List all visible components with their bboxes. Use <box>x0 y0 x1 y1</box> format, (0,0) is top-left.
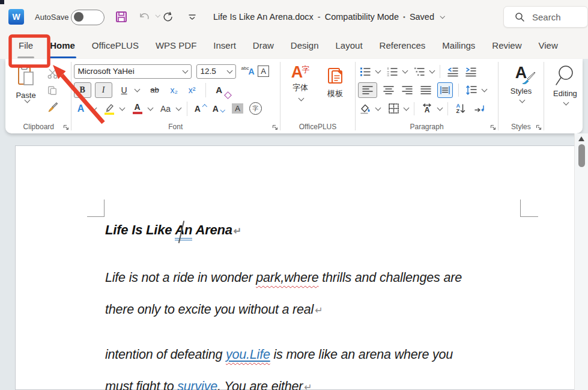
tab-review[interactable]: Review <box>483 34 530 59</box>
format-painter-button[interactable] <box>45 100 59 114</box>
strikethrough-button[interactable]: ab <box>148 83 162 97</box>
tab-layout[interactable]: Layout <box>327 34 371 59</box>
align-center-button[interactable] <box>381 83 396 97</box>
styles-brush-icon <box>520 72 536 85</box>
change-case-button[interactable]: Aa <box>159 102 173 116</box>
tab-home[interactable]: Home <box>41 34 83 59</box>
paste-button[interactable]: Paste <box>9 62 43 117</box>
cut-button[interactable] <box>45 66 59 81</box>
underline-chevron-icon[interactable] <box>134 86 140 92</box>
bullets-chevron-icon[interactable] <box>375 67 381 73</box>
superscript-button[interactable]: x² <box>185 83 199 97</box>
tab-file[interactable]: File <box>10 34 41 59</box>
doc-paragraph2-line2[interactable]: must fight to survive. You are either↵ <box>105 379 312 390</box>
line-spacing-chevron-icon[interactable] <box>482 86 488 92</box>
sort-button[interactable]: A Z <box>453 102 468 116</box>
tab-wps-pdf[interactable]: WPS PDF <box>147 34 205 59</box>
italic-button[interactable]: I <box>95 82 112 98</box>
line-spacing-button[interactable] <box>464 83 479 97</box>
doc-title: Life Is Like An Arena.docx <box>213 12 314 22</box>
subscript-button[interactable]: x₂ <box>167 83 181 97</box>
doc-paragraph1-line2[interactable]: there only to excite you without a real↵ <box>105 302 323 317</box>
paragraph-mark: ↵ <box>304 382 312 390</box>
text-effects-chevron-icon[interactable] <box>91 105 97 111</box>
formatting-marks-icon <box>474 103 486 114</box>
formatting-marks-button[interactable] <box>473 102 487 116</box>
change-case-chevron-icon[interactable] <box>175 105 181 111</box>
paragraph-dialog-launcher[interactable] <box>490 124 496 130</box>
bullets-button[interactable] <box>358 64 372 79</box>
undo-chevron-icon[interactable] <box>156 13 160 17</box>
redo-icon <box>162 10 175 23</box>
officeplus-template-button[interactable]: 模板 <box>318 63 352 99</box>
autosave-toggle[interactable] <box>71 10 105 25</box>
font-size-select[interactable]: 12.5 <box>196 64 236 79</box>
officeplus-font-button[interactable]: A字 字体 <box>283 62 317 100</box>
clear-formatting-button[interactable]: A <box>212 83 226 97</box>
styles-button[interactable]: A Styles <box>502 62 539 102</box>
grow-font-button[interactable]: A <box>193 102 208 116</box>
undo-button[interactable] <box>137 10 151 24</box>
grammar-underlined-word: An <box>175 222 192 240</box>
tab-draw[interactable]: Draw <box>244 34 282 59</box>
editing-button[interactable]: Editing <box>547 62 584 105</box>
font-color-button[interactable]: A <box>130 102 145 116</box>
enclose-characters-button[interactable]: 字 <box>249 102 263 116</box>
doc-paragraph2-line1[interactable]: intention of defeating you.Life is more … <box>105 347 453 362</box>
save-button[interactable] <box>114 10 129 24</box>
increase-indent-button[interactable] <box>464 64 478 79</box>
hyperlink-text[interactable]: survive <box>177 379 217 390</box>
saved-chevron-icon[interactable] <box>440 14 445 19</box>
word-logo-icon[interactable]: W <box>8 9 24 25</box>
tab-view[interactable]: View <box>530 34 566 59</box>
align-right-button[interactable] <box>400 83 414 97</box>
find-icon <box>554 64 577 87</box>
clipboard-dialog-launcher[interactable] <box>63 124 69 130</box>
align-left-button[interactable] <box>358 82 377 98</box>
numbering-chevron-icon[interactable] <box>402 67 408 73</box>
character-scaling-button[interactable]: A <box>420 102 434 116</box>
text-effects-button[interactable]: A <box>74 102 88 116</box>
tab-mailings[interactable]: Mailings <box>434 34 483 59</box>
font-name-select[interactable]: Microsoft YaHei <box>74 64 192 79</box>
underline-button[interactable]: U <box>117 83 132 97</box>
numbering-button[interactable] <box>385 64 399 79</box>
font-color-chevron-icon[interactable] <box>147 105 153 111</box>
search-input[interactable]: Search <box>503 6 588 28</box>
distributed-button[interactable] <box>437 82 453 98</box>
copy-button[interactable] <box>45 83 59 97</box>
customize-toolbar-button[interactable] <box>185 10 199 24</box>
character-border-button[interactable]: A <box>256 64 271 79</box>
bold-button[interactable]: B <box>74 82 91 98</box>
highlight-button[interactable] <box>102 102 117 116</box>
font-dialog-launcher[interactable] <box>272 124 278 130</box>
tab-design[interactable]: Design <box>282 34 327 59</box>
decrease-indent-button[interactable] <box>446 64 460 79</box>
tab-insert[interactable]: Insert <box>205 34 244 59</box>
saved-status[interactable]: Saved <box>410 12 434 22</box>
scroll-up-icon[interactable] <box>578 136 584 141</box>
scaling-chevron-icon[interactable] <box>437 105 443 111</box>
multilevel-chevron-icon[interactable] <box>429 67 435 73</box>
multilevel-list-button[interactable] <box>412 64 426 79</box>
shading-button[interactable] <box>358 102 372 116</box>
margin-corner-left <box>87 200 105 217</box>
borders-chevron-icon[interactable] <box>404 105 410 111</box>
shrink-font-button[interactable]: A <box>211 102 226 116</box>
justify-button[interactable] <box>419 83 433 97</box>
hyperlink-text[interactable]: you.Life <box>226 347 270 362</box>
grow-arrow-icon <box>202 105 207 109</box>
borders-button[interactable] <box>386 102 401 116</box>
tab-references[interactable]: References <box>371 34 434 59</box>
redo-button[interactable] <box>161 10 175 24</box>
doc-title-line[interactable]: Life Is Like An Arena↵ <box>105 222 241 238</box>
styles-dialog-launcher[interactable] <box>536 124 542 130</box>
character-shading-button[interactable]: A <box>231 102 245 116</box>
tab-officeplus[interactable]: OfficePLUS <box>83 34 147 59</box>
doc-paragraph1-line1[interactable]: Life is not a ride in wonder park,where … <box>105 270 462 285</box>
phonetic-guide-button[interactable]: abcA <box>241 64 255 79</box>
shading-chevron-icon[interactable] <box>375 105 381 111</box>
scrollbar-thumb[interactable] <box>578 144 585 167</box>
vertical-scrollbar[interactable] <box>574 133 588 390</box>
highlight-chevron-icon[interactable] <box>119 105 125 111</box>
